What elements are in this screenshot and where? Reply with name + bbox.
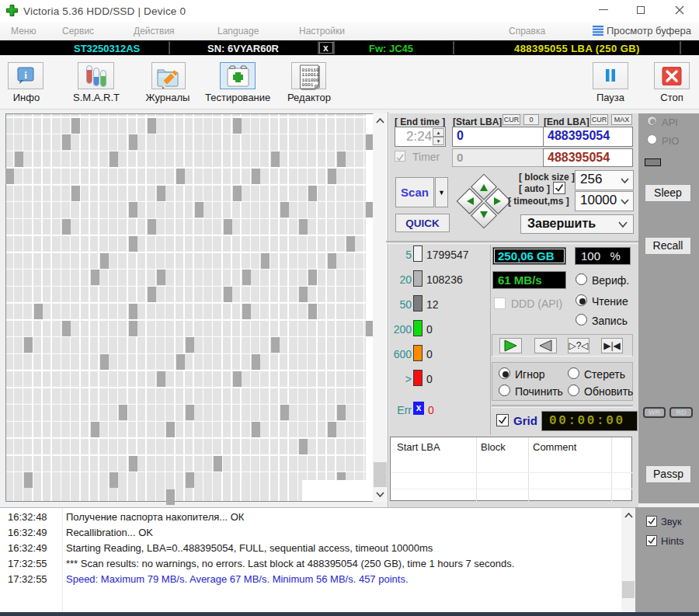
svg-text:i: i: [24, 69, 27, 81]
svg-text:0001: 0001: [302, 82, 314, 88]
